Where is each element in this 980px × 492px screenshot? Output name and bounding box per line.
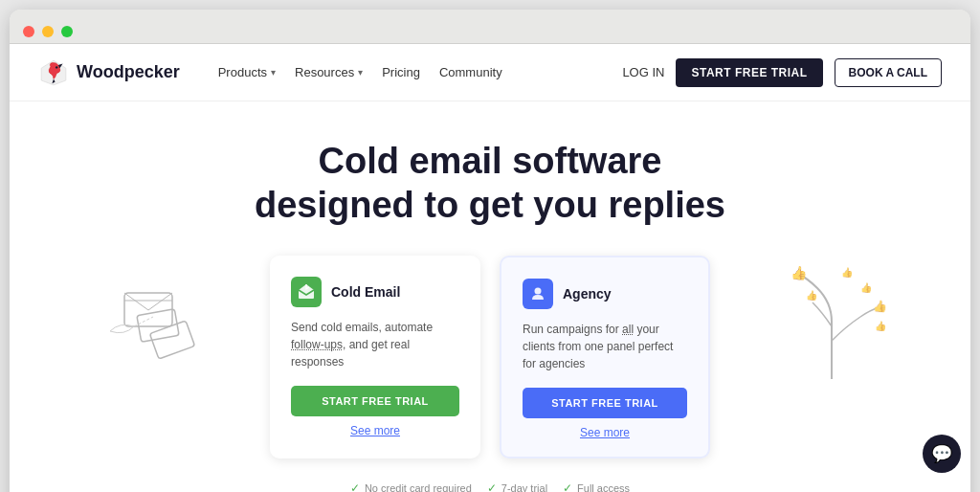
nav-resources[interactable]: Resources ▾ [295, 65, 363, 79]
cold-email-desc: Send cold emails, automate follow-ups, a… [291, 319, 459, 370]
cold-email-cta-button[interactable]: START FREE TRIAL [291, 386, 459, 416]
check-icon: ✓ [487, 481, 497, 492]
dot-red[interactable] [23, 26, 34, 37]
agency-cta-button[interactable]: START FREE TRIAL [523, 388, 687, 418]
browser-chrome [10, 10, 970, 44]
agency-see-more[interactable]: See more [523, 426, 687, 439]
navbar: Woodpecker Products ▾ Resources ▾ Pricin… [10, 44, 970, 101]
chevron-down-icon: ▾ [358, 67, 363, 78]
trust-7-day-trial: ✓ 7-day trial [487, 481, 547, 492]
dot-green[interactable] [61, 26, 73, 37]
trust-bar: ✓ No credit card required ✓ 7-day trial … [29, 474, 951, 492]
agency-icon [523, 279, 553, 309]
cold-email-card: Cold Email Send cold emails, automate fo… [270, 256, 480, 458]
page-content: Woodpecker Products ▾ Resources ▾ Pricin… [10, 44, 970, 492]
svg-point-1 [56, 66, 57, 68]
agency-card: Agency Run campaigns for all your client… [500, 256, 710, 458]
card-header-agency: Agency [523, 279, 687, 309]
cards-container: Cold Email Send cold emails, automate fo… [29, 256, 951, 458]
agency-title: Agency [563, 286, 612, 302]
logo-text: Woodpecker [77, 62, 180, 82]
check-icon: ✓ [350, 481, 360, 492]
trust-full-access: ✓ Full access [563, 481, 630, 492]
dot-yellow[interactable] [42, 26, 54, 37]
login-button[interactable]: LOG IN [622, 65, 664, 79]
book-call-button[interactable]: BOOK A CALL [835, 58, 942, 87]
logo-icon [38, 57, 69, 88]
check-icon: ✓ [563, 481, 572, 492]
trust-no-credit-card: ✓ No credit card required [350, 481, 472, 492]
browser-window: Woodpecker Products ▾ Resources ▾ Pricin… [10, 10, 970, 492]
nav-links: Products ▾ Resources ▾ Pricing Community [218, 65, 604, 79]
agency-desc: Run campaigns for all your clients from … [523, 321, 687, 372]
chevron-down-icon: ▾ [271, 67, 276, 78]
cold-email-title: Cold Email [331, 284, 400, 300]
nav-community[interactable]: Community [439, 65, 502, 79]
nav-products[interactable]: Products ▾ [218, 65, 276, 79]
logo-area[interactable]: Woodpecker [38, 57, 180, 88]
nav-pricing[interactable]: Pricing [382, 65, 420, 79]
card-header-cold-email: Cold Email [291, 277, 459, 307]
hero-section: 👍 👍 👍 👍 👍 👍 Cold email software designed… [10, 101, 970, 492]
start-trial-nav-button[interactable]: START FREE TRIAL [676, 58, 822, 87]
cold-email-see-more[interactable]: See more [291, 424, 459, 437]
hero-title: Cold email software designed to get you … [29, 140, 951, 227]
cold-email-icon [291, 277, 322, 307]
nav-actions: LOG IN START FREE TRIAL BOOK A CALL [622, 58, 942, 87]
svg-point-13 [535, 288, 542, 295]
